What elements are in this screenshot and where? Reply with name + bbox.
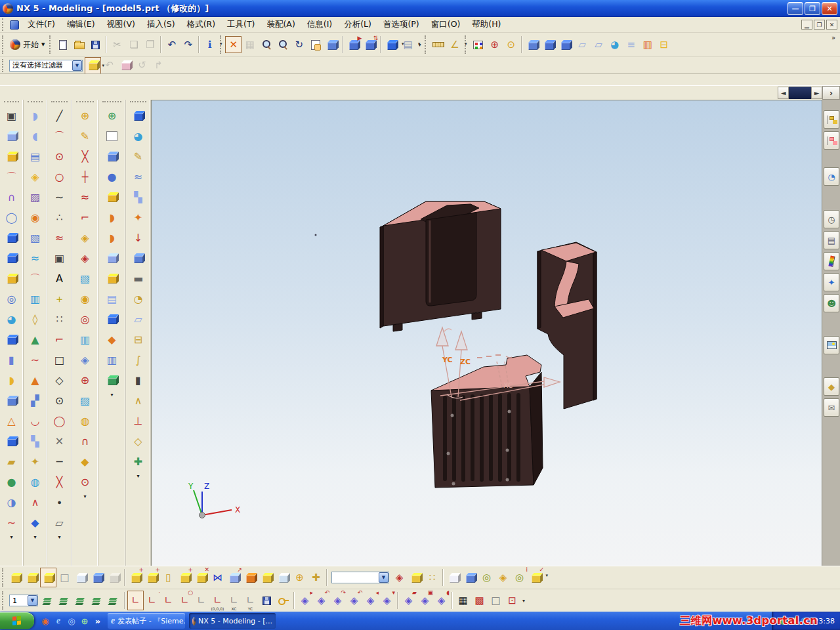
curve-tool-button[interactable]: ⊙ (503, 36, 519, 53)
tool-icon[interactable]: ⌒ (0, 167, 23, 187)
tool-icon[interactable]: ⌒ (24, 268, 47, 289)
wave-mode-button[interactable] (462, 568, 478, 587)
toolbar-grip[interactable] (2, 591, 5, 609)
quick-launch-icon-3[interactable]: ◎ (66, 614, 77, 627)
toolbar-grip[interactable] (102, 101, 121, 105)
assembly-constraint-button[interactable] (242, 568, 259, 587)
toolbar-scroll-arrow[interactable]: ▾ (98, 392, 125, 398)
tool-icon[interactable]: ▥ (24, 289, 47, 309)
arrangement-combo[interactable]: ▼ (331, 572, 389, 583)
tool-icon[interactable]: ▥ (72, 329, 98, 350)
tool-icon[interactable]: ≈ (47, 228, 72, 248)
system-scenes-tab[interactable]: ✦ (824, 273, 839, 291)
tool-icon[interactable]: ∙ (47, 492, 72, 513)
restore-button[interactable]: ❐ (805, 2, 820, 15)
verify-assembly-button[interactable]: ✓▾ (528, 568, 544, 587)
fit-view-button[interactable]: ✕ (225, 36, 242, 53)
move-to-layer-button[interactable] (89, 591, 106, 610)
tool-icon[interactable] (98, 146, 125, 167)
menu-item-7[interactable]: 信息(I) (301, 17, 338, 32)
tool-icon[interactable] (0, 146, 23, 167)
scroll-right-button[interactable]: ► (811, 87, 822, 99)
toolbar-grip[interactable] (49, 35, 52, 54)
menu-item-11[interactable]: 帮助(H) (466, 17, 507, 32)
component-preview-button[interactable] (89, 568, 106, 587)
edit-arrangement-button[interactable]: ◈ (391, 568, 408, 587)
measure-distance-button[interactable] (430, 36, 446, 53)
tool-icon[interactable] (0, 268, 23, 289)
tool-icon[interactable]: ◈ (72, 248, 98, 268)
cavity-tool-button[interactable]: ▥ (639, 36, 656, 53)
information-button[interactable]: ℹ▾ (201, 36, 218, 53)
tool-icon[interactable]: ▞ (24, 390, 47, 411)
toolbar-grip[interactable] (2, 35, 5, 54)
redo-button[interactable]: ↷ (180, 36, 196, 53)
tool-icon[interactable]: ⊕ (72, 106, 98, 126)
tool-icon[interactable]: ✦ (126, 207, 150, 228)
taskbar-task-1[interactable]: e发表帖子 - 『Sieme... (108, 613, 185, 629)
tool-icon[interactable] (0, 390, 23, 411)
snap-grid-button[interactable]: ▩ (471, 591, 488, 610)
copy-button[interactable]: ❏ (125, 36, 142, 53)
tool-icon[interactable]: ✚ (126, 452, 150, 472)
mold-split-button[interactable]: ⊟ (656, 36, 672, 53)
wcs-dynamics-button[interactable]: ∟ (127, 591, 144, 610)
quick-launch-internet-explorer[interactable]: e (52, 614, 64, 627)
part-navigator-tab[interactable]: ◔ (824, 167, 839, 186)
toolbar-scroll-arrow[interactable]: ▾ (72, 494, 98, 499)
new-file-button[interactable] (54, 36, 71, 53)
tool-icon[interactable]: ◗ (98, 207, 125, 228)
zoom-window-button[interactable] (258, 36, 274, 53)
tool-icon[interactable] (98, 370, 125, 390)
tool-icon[interactable]: ● (0, 472, 23, 492)
toolbar-scroll-arrow[interactable]: ▾ (47, 534, 72, 540)
layer-stack-button[interactable]: ≡ (623, 36, 639, 53)
paste-button[interactable]: ❐ (142, 36, 158, 53)
graphics-viewport[interactable]: YC ZC XC Y Z X (151, 100, 822, 566)
erase-highlight-button[interactable] (117, 57, 134, 74)
tool-icon[interactable]: ╱ (47, 106, 72, 126)
tool-icon[interactable]: ▱ (47, 513, 72, 533)
tool-icon[interactable]: ▮ (0, 350, 23, 370)
select-component-button[interactable] (40, 568, 56, 587)
undo-button[interactable]: ↶ (163, 36, 180, 53)
history-tab[interactable]: ◷ (824, 210, 839, 228)
tool-icon[interactable]: △ (0, 411, 23, 431)
find-component-button[interactable] (7, 568, 24, 587)
tool-icon[interactable]: ● (98, 167, 125, 187)
shaded-display-button[interactable]: ▾ (383, 36, 400, 53)
view-section-button[interactable]: ◈▰ (400, 591, 417, 610)
wcs-set-origin-button[interactable]: ∟(0,0,0) (209, 591, 226, 610)
tool-icon[interactable]: ◆ (24, 513, 47, 533)
tool-icon[interactable]: ⌐ (47, 329, 72, 350)
tool-icon[interactable]: ┼ (72, 167, 98, 187)
tool-icon[interactable]: ＋ (47, 289, 72, 309)
tool-icon[interactable]: ◇ (47, 370, 72, 390)
toolbar-scroll-arrow[interactable]: ▾ (126, 473, 150, 479)
show-product-outline-button[interactable] (73, 568, 89, 587)
tool-icon[interactable]: ∧ (126, 390, 150, 411)
menu-item-9[interactable]: 首选项(P) (377, 17, 425, 32)
component-tool-button[interactable] (106, 568, 122, 587)
point-tool-button[interactable]: ⊕ (486, 36, 503, 53)
tool-icon[interactable]: ⌐ (72, 207, 98, 228)
zoom-in-out-button[interactable] (274, 36, 291, 53)
child-restore-button[interactable]: ❐ (814, 20, 825, 30)
perspective-button[interactable] (324, 36, 340, 53)
view-operation-button-5[interactable]: ◈◂ (362, 591, 379, 610)
tool-icon[interactable]: ▮ (126, 370, 150, 390)
menu-item-10[interactable]: 窗口(O) (425, 17, 467, 32)
deselect-button[interactable]: ↶ (101, 57, 117, 74)
tool-icon[interactable] (0, 329, 23, 350)
taskbar-task-2[interactable]: NX 5 - Modeling - [... (189, 613, 276, 629)
tool-icon[interactable]: ∫ (126, 350, 150, 370)
view-to-model-button[interactable]: ◈▣ (417, 591, 433, 610)
tool-icon[interactable]: ⊥ (126, 411, 150, 431)
layer-category-button[interactable] (73, 591, 89, 610)
sheet-repair-button[interactable]: ▱ (590, 36, 606, 53)
view-operation-button-4[interactable]: ◈↶ (346, 591, 362, 610)
wcs-display-button[interactable] (275, 591, 291, 610)
grid-overflow-button[interactable]: ▾ (520, 598, 527, 604)
tool-icon[interactable]: ▰ (0, 452, 23, 472)
datum-plane-display-button[interactable]: □ (488, 591, 504, 610)
